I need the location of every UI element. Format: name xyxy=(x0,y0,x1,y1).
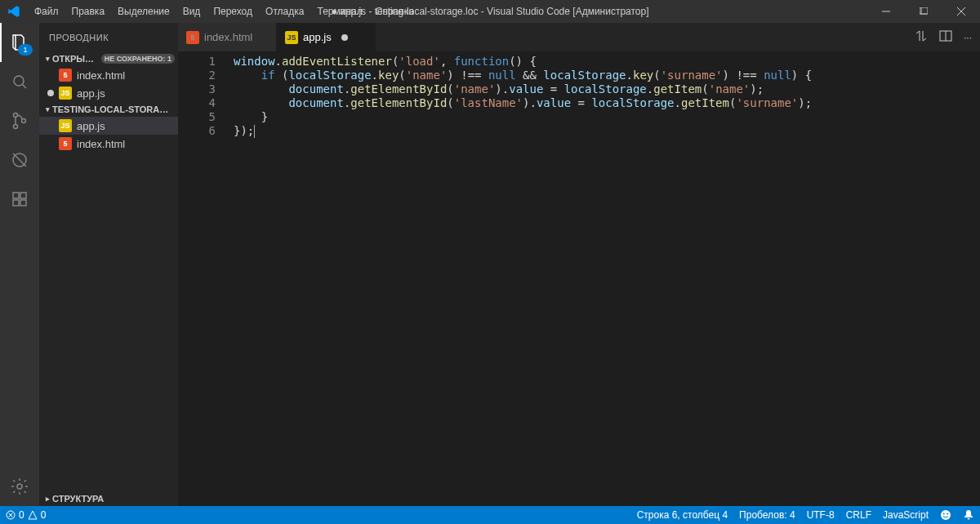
open-editors-label: ОТКРЫТЫЕ Р... xyxy=(52,54,98,64)
menu-выделение[interactable]: Выделение xyxy=(111,0,176,23)
errors-count: 0 xyxy=(19,509,24,521)
sidebar: ПРОВОДНИК ▾ ОТКРЫТЫЕ Р... НЕ СОХРАНЕНО: … xyxy=(39,23,178,506)
status-errors[interactable]: 0 0 xyxy=(0,506,51,524)
status-language[interactable]: JavaScript xyxy=(877,506,934,524)
status-eol[interactable]: CRLF xyxy=(840,506,877,524)
svg-rect-12 xyxy=(13,193,19,198)
menu-переход[interactable]: Переход xyxy=(207,0,259,23)
close-button[interactable] xyxy=(942,0,980,23)
editor-tab[interactable]: JSapp.js xyxy=(277,23,376,51)
modified-dot-icon xyxy=(341,34,348,41)
outline-label: СТРУКТУРА xyxy=(52,494,175,504)
open-editor-item[interactable]: JSapp.js xyxy=(39,84,178,102)
unsaved-badge: НЕ СОХРАНЕНО: 1 xyxy=(101,54,175,64)
status-encoding[interactable]: UTF-8 xyxy=(801,506,840,524)
vscode-icon xyxy=(0,5,28,18)
line-gutter: 123456 xyxy=(178,51,227,506)
html-file-icon: 5 xyxy=(186,31,199,44)
menu-отладка[interactable]: Отладка xyxy=(259,0,310,23)
chevron-down-icon: ▾ xyxy=(42,105,52,113)
svg-point-16 xyxy=(17,484,22,489)
svg-rect-14 xyxy=(13,200,19,206)
svg-rect-13 xyxy=(20,193,26,198)
file-name: app.js xyxy=(77,120,105,132)
activity-bar: 1 xyxy=(0,23,39,506)
svg-point-23 xyxy=(943,513,945,515)
project-file-item[interactable]: JSapp.js xyxy=(39,117,178,135)
file-name: index.html xyxy=(77,138,125,150)
svg-point-9 xyxy=(22,119,26,123)
js-file-icon: JS xyxy=(59,87,72,100)
more-icon[interactable]: ··· xyxy=(964,32,972,43)
svg-point-8 xyxy=(14,125,18,129)
editor: 5index.htmlJSapp.js ··· 123456 window.ad… xyxy=(178,23,980,506)
status-spaces[interactable]: Пробелов: 4 xyxy=(733,506,801,524)
maximize-button[interactable] xyxy=(905,0,942,23)
menu-файл[interactable]: Файл xyxy=(28,0,65,23)
tab-label: index.html xyxy=(204,31,252,43)
titlebar: ФайлПравкаВыделениеВидПереходОтладкаТерм… xyxy=(0,0,980,23)
tab-label: app.js xyxy=(303,31,332,43)
activity-explorer[interactable]: 1 xyxy=(0,23,39,62)
file-name: app.js xyxy=(77,87,105,100)
status-bell-icon[interactable] xyxy=(957,506,980,524)
window-title: ● app.js - testing-local-storage.loc - V… xyxy=(331,6,648,17)
code-lines[interactable]: window.addEventListener('load', function… xyxy=(227,51,980,506)
explorer-badge: 1 xyxy=(18,44,33,56)
status-bar: 0 0 Строка 6, столбец 4 Пробелов: 4 UTF-… xyxy=(0,506,980,524)
minimize-button[interactable] xyxy=(867,0,905,23)
menu-правка[interactable]: Правка xyxy=(65,0,112,23)
svg-rect-2 xyxy=(921,7,928,14)
svg-point-22 xyxy=(941,510,951,520)
code-area[interactable]: 123456 window.addEventListener('load', f… xyxy=(178,51,980,506)
window-controls xyxy=(867,0,980,23)
html-file-icon: 5 xyxy=(59,137,72,150)
warnings-count: 0 xyxy=(41,509,47,521)
js-file-icon: JS xyxy=(285,31,298,44)
file-name: index.html xyxy=(77,69,125,82)
chevron-right-icon: ▸ xyxy=(42,495,52,503)
menu-вид[interactable]: Вид xyxy=(176,0,207,23)
activity-search[interactable] xyxy=(0,62,39,101)
status-cursor[interactable]: Строка 6, столбец 4 xyxy=(631,506,733,524)
open-editors-header[interactable]: ▾ ОТКРЫТЫЕ Р... НЕ СОХРАНЕНО: 1 xyxy=(39,51,178,66)
editor-tab[interactable]: 5index.html xyxy=(178,23,277,51)
svg-point-24 xyxy=(947,513,948,515)
html-file-icon: 5 xyxy=(59,69,72,82)
project-file-item[interactable]: 5index.html xyxy=(39,135,178,153)
modified-dot-icon xyxy=(47,90,54,96)
split-editor-icon[interactable] xyxy=(939,29,952,45)
chevron-down-icon: ▾ xyxy=(42,55,52,63)
svg-rect-15 xyxy=(20,200,26,206)
js-file-icon: JS xyxy=(59,119,72,132)
svg-point-5 xyxy=(14,76,24,86)
sidebar-title: ПРОВОДНИК xyxy=(39,23,178,51)
project-label: TESTING-LOCAL-STORAGE.LOC xyxy=(52,104,175,114)
outline-header[interactable]: ▸ СТРУКТУРА xyxy=(39,491,178,506)
tab-actions: ··· xyxy=(906,23,980,51)
activity-scm[interactable] xyxy=(0,101,39,140)
activity-extensions[interactable] xyxy=(0,180,39,219)
project-header[interactable]: ▾ TESTING-LOCAL-STORAGE.LOC xyxy=(39,102,178,117)
open-editor-item[interactable]: 5index.html xyxy=(39,66,178,84)
svg-line-6 xyxy=(23,85,27,89)
compare-icon[interactable] xyxy=(915,29,928,45)
svg-point-7 xyxy=(14,113,18,118)
editor-tabs: 5index.htmlJSapp.js ··· xyxy=(178,23,980,51)
activity-settings[interactable] xyxy=(0,467,39,506)
activity-debug[interactable] xyxy=(0,140,39,180)
status-feedback-icon[interactable] xyxy=(934,506,957,524)
